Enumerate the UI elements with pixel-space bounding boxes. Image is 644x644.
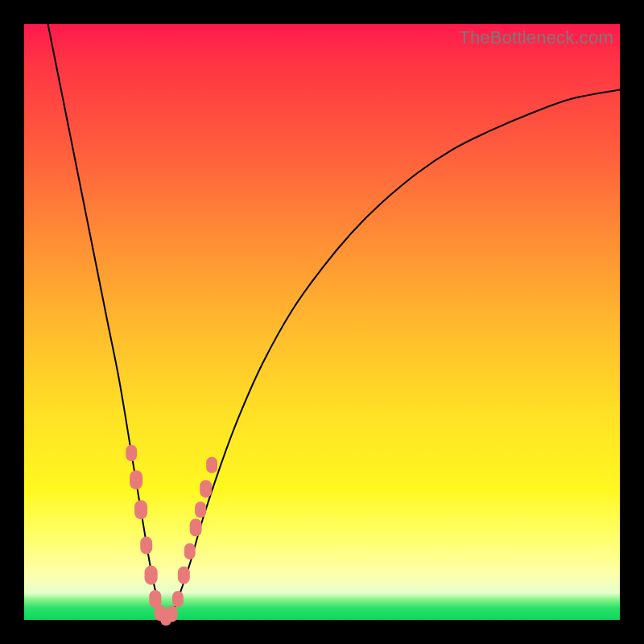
marker-layer bbox=[126, 445, 217, 626]
curve-marker bbox=[145, 566, 158, 585]
curve-marker bbox=[167, 605, 178, 621]
frame-border: TheBottleneck.com bbox=[0, 0, 644, 644]
curve-marker bbox=[140, 536, 152, 554]
bottleneck-curve bbox=[48, 24, 620, 618]
curve-marker bbox=[172, 591, 184, 607]
curve-marker bbox=[184, 543, 196, 559]
curve-marker bbox=[134, 500, 147, 519]
curve-marker bbox=[130, 470, 142, 489]
curve-marker bbox=[178, 566, 190, 584]
curve-layer bbox=[24, 24, 620, 620]
curve-marker bbox=[126, 445, 137, 461]
curve-marker bbox=[190, 518, 202, 536]
curve-marker bbox=[206, 456, 217, 473]
curve-marker bbox=[200, 480, 212, 497]
plot-area: TheBottleneck.com bbox=[24, 24, 620, 620]
curve-marker bbox=[195, 502, 206, 518]
